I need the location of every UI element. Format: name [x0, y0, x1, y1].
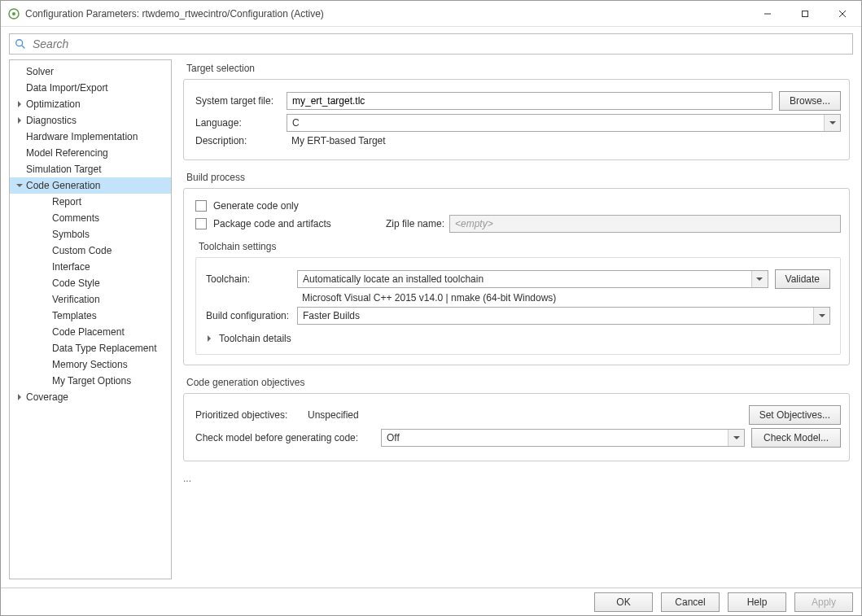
svg-marker-8: [18, 101, 21, 107]
sidebar-item-code-placement[interactable]: Code Placement: [10, 324, 171, 340]
svg-marker-9: [18, 117, 21, 124]
chevron-down-icon: [728, 430, 744, 446]
toolchain-label: Toolchain:: [206, 273, 297, 285]
chevron-right-icon[interactable]: [15, 116, 24, 125]
minimize-button[interactable]: [749, 1, 786, 27]
close-button[interactable]: [824, 1, 861, 27]
sidebar-item-interface[interactable]: Interface: [10, 259, 171, 275]
tree-spacer: [29, 246, 39, 256]
sidebar-item-templates[interactable]: Templates: [10, 308, 171, 324]
objectives-legend: Code generation objectives: [183, 377, 850, 388]
sidebar-item-symbols[interactable]: Symbols: [10, 226, 171, 242]
search-input[interactable]: [31, 37, 847, 51]
chevron-right-icon[interactable]: [15, 99, 24, 109]
svg-line-7: [22, 46, 25, 49]
sidebar-item-data-import-export[interactable]: Data Import/Export: [10, 80, 171, 96]
apply-button[interactable]: Apply: [794, 592, 853, 612]
cancel-button[interactable]: Cancel: [661, 592, 720, 612]
app-icon: [7, 7, 20, 20]
search-icon: [15, 38, 26, 50]
sidebar-item-code-generation[interactable]: Code Generation: [10, 177, 171, 194]
set-objectives-button[interactable]: Set Objectives...: [749, 405, 841, 425]
tree-spacer: [29, 229, 39, 239]
system-target-file-input[interactable]: [287, 92, 772, 110]
svg-point-6: [16, 40, 23, 46]
browse-button[interactable]: Browse...: [779, 91, 841, 111]
tree-spacer: [29, 327, 39, 337]
sidebar-item-label: Report: [52, 196, 81, 208]
sidebar-item-data-type-replacement[interactable]: Data Type Replacement: [10, 340, 171, 356]
sidebar-item-coverage[interactable]: Coverage: [10, 389, 171, 405]
dialog-window: Configuration Parameters: rtwdemo_rtweci…: [0, 0, 862, 616]
nav-tree[interactable]: SolverData Import/ExportOptimizationDiag…: [9, 59, 172, 579]
sidebar-item-model-referencing[interactable]: Model Referencing: [10, 145, 171, 161]
tree-spacer: [29, 311, 39, 321]
sidebar-item-label: Custom Code: [52, 245, 112, 256]
svg-marker-12: [829, 121, 836, 125]
chevron-down-icon[interactable]: [15, 181, 24, 190]
sidebar-item-optimization[interactable]: Optimization: [10, 96, 171, 112]
objectives-group: Prioritized objectives: Unspecified Set …: [183, 393, 850, 461]
sidebar-item-solver[interactable]: Solver: [10, 63, 171, 80]
sidebar-item-report[interactable]: Report: [10, 194, 171, 210]
check-model-value: Off: [382, 432, 728, 443]
more-indicator[interactable]: ...: [183, 473, 850, 484]
language-select[interactable]: C: [287, 114, 841, 132]
prioritized-objectives-value: Unspecified: [303, 409, 749, 421]
sidebar-item-diagnostics[interactable]: Diagnostics: [10, 112, 171, 129]
language-label: Language:: [195, 117, 287, 129]
chevron-down-icon: [813, 308, 829, 324]
svg-marker-16: [733, 436, 740, 439]
sidebar-item-label: Code Style: [52, 277, 100, 289]
sidebar-item-label: My Target Options: [52, 375, 131, 387]
package-code-checkbox[interactable]: [195, 218, 207, 229]
searchbar[interactable]: [9, 33, 853, 55]
sidebar-item-label: Memory Sections: [52, 359, 128, 370]
chevron-right-icon: [206, 333, 214, 344]
ok-button[interactable]: OK: [594, 592, 653, 612]
tree-spacer: [15, 132, 24, 142]
sidebar-item-memory-sections[interactable]: Memory Sections: [10, 356, 171, 373]
toolchain-details-toggle[interactable]: Toolchain details: [206, 333, 830, 344]
sidebar-item-comments[interactable]: Comments: [10, 210, 171, 226]
tree-spacer: [29, 197, 39, 207]
sidebar-item-custom-code[interactable]: Custom Code: [10, 242, 171, 259]
sidebar-item-label: Simulation Target: [26, 164, 102, 175]
toolchain-select[interactable]: Automatically locate an installed toolch…: [297, 270, 768, 288]
target-selection-group: System target file: Browse... Language: …: [183, 79, 850, 160]
chevron-down-icon: [824, 115, 840, 131]
sidebar-item-my-target-options[interactable]: My Target Options: [10, 373, 171, 389]
searchbar-container: [1, 27, 861, 59]
tree-spacer: [15, 83, 24, 93]
sidebar-item-verification[interactable]: Verification: [10, 291, 171, 308]
chevron-down-icon: [751, 271, 768, 287]
sidebar-item-label: Comments: [52, 212, 99, 224]
svg-rect-3: [803, 11, 808, 16]
toolchain-value: Automatically locate an installed toolch…: [298, 273, 751, 285]
check-model-select[interactable]: Off: [381, 429, 745, 447]
sidebar-item-label: Model Referencing: [26, 147, 108, 159]
build-process-group: Generate code only Package code and arti…: [183, 188, 850, 365]
dialog-footer: OK Cancel Help Apply: [1, 588, 861, 615]
toolchain-settings-group: Toolchain: Automatically locate an insta…: [195, 257, 841, 355]
tree-spacer: [15, 164, 24, 174]
sidebar-item-simulation-target[interactable]: Simulation Target: [10, 161, 171, 177]
sidebar-item-label: Data Type Replacement: [52, 343, 157, 354]
build-process-legend: Build process: [183, 172, 850, 183]
sidebar-item-code-style[interactable]: Code Style: [10, 275, 171, 291]
tree-spacer: [29, 295, 39, 304]
tree-spacer: [29, 213, 39, 223]
check-model-button[interactable]: Check Model...: [751, 428, 841, 448]
generate-code-only-checkbox[interactable]: [195, 200, 207, 212]
sidebar-item-label: Optimization: [26, 98, 81, 110]
build-config-label: Build configuration:: [206, 310, 297, 321]
tree-spacer: [29, 343, 39, 353]
sidebar-item-label: Hardware Implementation: [26, 131, 138, 142]
sidebar-item-hardware-implementation[interactable]: Hardware Implementation: [10, 129, 171, 145]
chevron-right-icon[interactable]: [15, 392, 24, 402]
sidebar-item-label: Code Placement: [52, 326, 125, 338]
build-config-select[interactable]: Faster Builds: [297, 307, 830, 325]
help-button[interactable]: Help: [728, 592, 786, 612]
maximize-button[interactable]: [786, 1, 824, 27]
validate-button[interactable]: Validate: [775, 269, 830, 289]
